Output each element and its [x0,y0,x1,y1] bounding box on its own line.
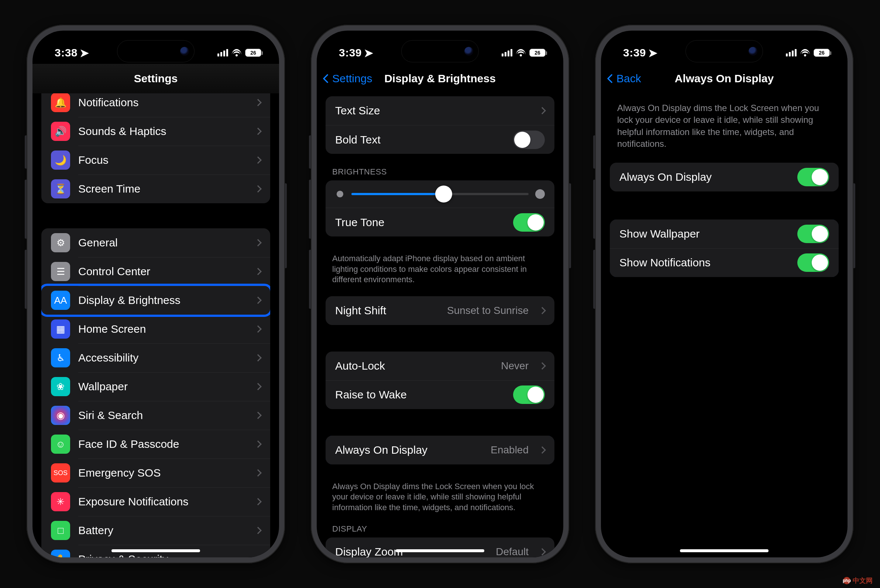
chevron-right-icon [539,307,546,314]
row-true-tone[interactable]: True Tone [326,208,554,237]
row-label: Control Center [78,265,244,278]
home-indicator[interactable] [396,549,484,552]
page-title: Always On Display [675,72,774,85]
settings-row-battery[interactable]: □Battery [41,516,270,545]
sos-icon: SOS [51,464,70,483]
row-label: Notifications [78,96,244,109]
chevron-right-icon [254,441,262,448]
sun-low-icon [337,191,343,197]
chevron-right-icon [254,185,262,192]
page-title: Settings [134,72,178,85]
row-show-wallpaper[interactable]: Show Wallpaper [610,219,839,248]
wifi-icon [232,49,241,57]
location-icon: ➤ [80,46,89,59]
display-header: DISPLAY [317,524,563,537]
exposure-icon: ✳︎ [51,492,70,511]
chevron-right-icon [254,297,262,304]
brightness-slider[interactable] [351,193,529,195]
chevron-right-icon [254,354,262,362]
raise-wake-toggle[interactable] [513,386,545,404]
settings-row-control-center[interactable]: ☰Control Center [41,257,270,286]
batt-icon: □ [51,521,70,540]
watermark: php 中文网 [839,576,876,586]
row-auto-lock[interactable]: Auto-Lock Never [326,351,554,380]
settings-row-focus[interactable]: 🌙Focus [41,146,270,174]
row-bold-text[interactable]: Bold Text [326,125,554,154]
brightness-header: BRIGHTNESS [317,167,563,180]
row-label: Screen Time [78,183,244,195]
display-icon: AA [51,291,70,310]
row-aod-toggle[interactable]: Always On Display [610,163,839,192]
true-tone-footer: Automatically adapt iPhone display based… [317,250,563,285]
settings-row-notifications[interactable]: 🔔Notifications [41,93,270,117]
row-label: Sounds & Haptics [78,125,244,138]
settings-row-sounds-haptics[interactable]: 🔊Sounds & Haptics [41,117,270,146]
chevron-right-icon [254,469,262,477]
settings-row-face-id-passcode[interactable]: ☺︎Face ID & Passcode [41,430,270,459]
settings-row-siri-search[interactable]: ◉Siri & Search [41,401,270,430]
bold-text-toggle[interactable] [513,130,545,149]
wifi-icon [516,49,526,57]
settings-row-accessibility[interactable]: ♿︎Accessibility [41,344,270,372]
back-label: Back [617,72,641,85]
acc-icon: ♿︎ [51,348,70,368]
row-show-notifications[interactable]: Show Notifications [610,248,839,277]
chevron-right-icon [539,548,546,555]
cc-icon: ☰ [51,262,70,281]
row-label: Exposure Notifications [78,495,244,508]
row-night-shift[interactable]: Night Shift Sunset to Sunrise [326,296,554,325]
row-label: Siri & Search [78,409,244,422]
status-time: 3:38 [55,46,78,59]
home-indicator[interactable] [680,549,769,552]
page-title: Display & Brightness [384,72,496,85]
show-notifications-toggle[interactable] [797,254,829,272]
settings-row-wallpaper[interactable]: ❀Wallpaper [41,372,270,401]
row-always-on-display[interactable]: Always On Display Enabled [326,436,554,464]
back-label: Settings [332,72,372,85]
back-button[interactable]: Back [608,72,641,85]
brightness-slider-row[interactable] [326,180,554,208]
settings-row-screen-time[interactable]: ⏳Screen Time [41,174,270,203]
chevron-right-icon [254,383,262,390]
dynamic-island [401,40,479,62]
chevron-right-icon [254,412,262,419]
home-icon: ▦ [51,320,70,339]
row-label: Display & Brightness [78,294,244,306]
row-label: Accessibility [78,351,244,364]
chevron-right-icon [539,362,546,370]
row-label: Wallpaper [78,380,244,393]
true-tone-toggle[interactable] [513,213,545,232]
screen-settings: 3:38 ➤ 26 Settings 🔔Notifications🔊Sounds… [33,31,279,557]
chevron-right-icon [254,326,262,333]
settings-scroll[interactable]: 🔔Notifications🔊Sounds & Haptics🌙Focus⏳Sc… [33,93,279,557]
settings-row-exposure-notifications[interactable]: ✳︎Exposure Notifications [41,487,270,516]
chevron-right-icon [254,156,262,164]
row-text-size[interactable]: Text Size [326,96,554,125]
settings-row-display-brightness[interactable]: AADisplay & Brightness [41,286,270,315]
home-indicator[interactable] [111,549,200,552]
row-display-zoom[interactable]: Display Zoom Default [326,537,554,557]
display-scroll[interactable]: Text Size Bold Text BRIGHTNESS True Tone [317,93,563,557]
aod-toggle[interactable] [797,168,829,186]
show-wallpaper-toggle[interactable] [797,225,829,243]
chevron-right-icon [254,498,262,506]
settings-row-emergency-sos[interactable]: SOSEmergency SOS [41,459,270,487]
nav-bar: Settings Display & Brightness [317,64,563,93]
phone-2: 3:39 ➤ 26 Settings Display & Brightness … [311,25,569,563]
aod-footer: Always On Display dims the Lock Screen w… [317,478,563,513]
row-raise-wake[interactable]: Raise to Wake [326,380,554,409]
phone-3: 3:39 ➤ 26 Back Always On Display Always … [595,25,853,563]
nav-bar: Settings [33,64,279,93]
settings-row-general[interactable]: ⚙︎General [41,228,270,257]
bell-icon: 🔔 [51,93,70,112]
chevron-right-icon [539,446,546,454]
hourglass-icon: ⏳ [51,179,70,198]
sound-icon: 🔊 [51,122,70,141]
privacy-icon: ✋ [51,550,70,557]
wall-icon: ❀ [51,377,70,396]
siri-icon: ◉ [51,406,70,425]
row-label: Emergency SOS [78,466,244,479]
back-button[interactable]: Settings [324,72,372,85]
aod-scroll[interactable]: Always On Display dims the Lock Screen w… [601,93,847,557]
settings-row-home-screen[interactable]: ▦Home Screen [41,315,270,344]
